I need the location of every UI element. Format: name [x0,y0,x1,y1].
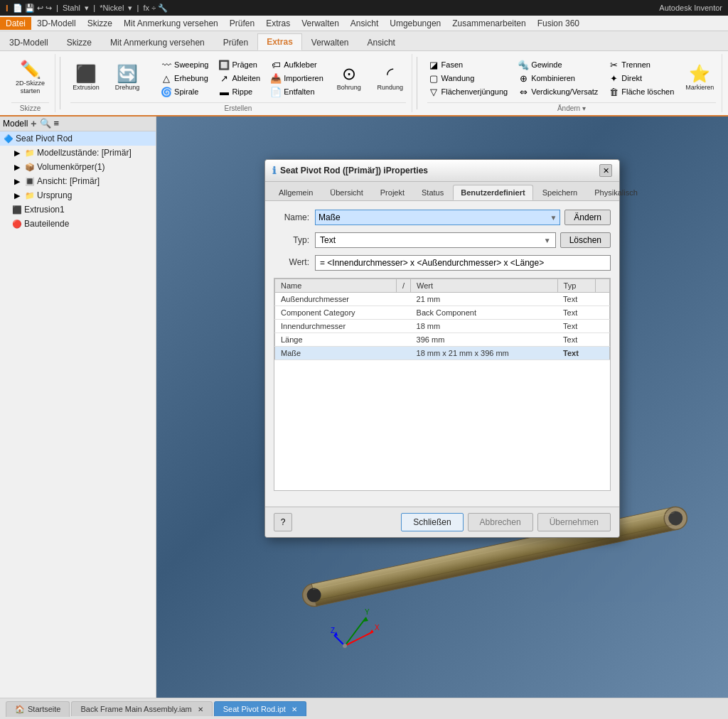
btn-wandung[interactable]: ▢Wandung [425,72,511,85]
menu-fusion360[interactable]: Fusion 360 [532,17,585,30]
menu-datei[interactable]: Datei [0,17,31,30]
table-row[interactable]: Innendurchmesser 18 mm Text [275,320,610,333]
tab-back-frame-close[interactable]: ✕ [198,706,203,713]
table-row[interactable]: Länge 396 mm Text [275,333,610,347]
btn-extrusion[interactable]: ⬛ Extrusion [68,63,105,94]
btn-praegen[interactable]: 🔲Prägen [215,59,263,71]
erstellen-group-label: Erstellen [70,102,406,112]
dialog-tab-uebersicht[interactable]: Übersicht [322,185,370,200]
btn-2d-skizze[interactable]: ✏️ 2D-Skizzestarten [11,58,49,98]
table-row[interactable]: Außendurchmesser 21 mm Text [275,293,610,306]
btn-flaechenverj[interactable]: ▽Flächenverjüngung [425,86,511,98]
col-header-sort[interactable]: / [397,279,411,293]
tree-item-ursprung[interactable]: ▶ 📁 Ursprung [0,188,156,202]
table-row[interactable]: Component Category Back Component Text [275,306,610,320]
btn-ableiten[interactable]: ↗Ableiten [215,72,263,85]
menu-3dmodell[interactable]: 3D-Modell [31,17,82,30]
menu-extras[interactable]: Extras [260,17,296,30]
tree-item-volumenkoerper[interactable]: ▶ 📦 Volumenkörper(1) [0,160,156,174]
menu-verwalten[interactable]: Verwalten [296,17,345,30]
row-typ-innend: Text [557,320,595,333]
row-extra-masse [596,347,610,360]
btn-drehung[interactable]: 🔄 Drehung [109,63,146,94]
add-model-btn[interactable]: + [31,118,36,129]
wandung-icon: ▢ [428,73,439,84]
row-wert-innend: 18 mm [411,320,558,333]
props-table-container: Name / Wert Typ Außendurchmesser [274,278,611,491]
main-layout: Modell + 🔍 ≡ 🔷 Seat Pivot Rod ▶ 📁 Modell… [0,117,728,698]
btn-bohrung[interactable]: ⊙ Bohrung [331,63,368,94]
btn-entfalten[interactable]: 📄Entfalten [267,86,326,98]
menu-zusammenarbeiten[interactable]: Zusammenarbeiten [446,17,531,30]
help-btn[interactable]: ? [274,513,292,531]
main-3d-area: X Y Z ℹ Seat Pivot Rod ([Primär]) iPrope… [156,117,728,698]
dialog-tab-status[interactable]: Status [414,185,451,200]
ribbon-tab-pruefen[interactable]: Prüfen [214,34,257,50]
btn-gewinde[interactable]: 🔩Gewinde [515,59,601,71]
importieren-icon: 📥 [270,73,282,84]
ribbon-content: ✏️ 2D-Skizzestarten Skizze ⬛ Extrusion 🔄… [0,51,728,115]
cancel-btn[interactable]: Abbrechen [468,513,533,531]
btn-flaeche-loeschen[interactable]: 🗑Fläche löschen [605,86,677,98]
menu-icon[interactable]: ≡ [54,118,60,129]
btn-markieren[interactable]: ⭐ Markieren [681,63,718,94]
dialog-tab-benutzerdefiniert[interactable]: Benutzerdefiniert [453,185,532,200]
tree-item-bauteilende[interactable]: 🔴 Bauteilende [0,217,156,231]
row-typ-masse: Text [557,347,595,360]
menu-pruefen[interactable]: Prüfen [224,17,260,30]
tab-seat-pivot-rod[interactable]: Seat Pivot Rod.ipt ✕ [214,701,306,716]
btn-trennen[interactable]: ✂Trennen [605,59,677,71]
panel-header: Modell + 🔍 ≡ [0,117,156,131]
aendern-btn[interactable]: Ändern [564,210,611,225]
typ-select[interactable]: Text ▼ [315,232,556,248]
volumenkoerper-icon: 📦 [24,161,36,173]
name-input[interactable]: Maße ▼ [315,210,560,225]
btn-rundung[interactable]: ◜ Rundung [372,63,409,94]
dialog-tab-speichern[interactable]: Speichern [535,185,586,200]
apply-btn[interactable]: Übernehmen [537,513,611,531]
ribbon-tab-3dmodell[interactable]: 3D-Modell [0,34,58,50]
panel-header-icons: + 🔍 ≡ [31,118,59,129]
menu-ansicht[interactable]: Ansicht [345,17,384,30]
menu-skizze[interactable]: Skizze [82,17,118,30]
menu-annotation[interactable]: Mit Anmerkung versehen [118,17,224,30]
btn-importieren[interactable]: 📥Importieren [267,72,326,85]
loeschen-btn[interactable]: Löschen [560,232,611,248]
btn-aufkleber[interactable]: 🏷Aufkleber [267,59,326,71]
typ-label: Typ: [274,235,309,245]
quick-access-icons: 📄 💾 ↩ ↪ | Stahl ▾ | *Nickel ▾ | fx ÷ 🔧 [13,4,168,13]
btn-erhebung[interactable]: △Erhebung [158,72,211,85]
dialog-tab-projekt[interactable]: Projekt [373,185,412,200]
close-btn[interactable]: Schließen [401,513,463,531]
modellzustaende-label: Modellzustände: [Primär] [37,148,132,158]
wert-input[interactable] [315,255,611,271]
ribbon-tab-verwalten[interactable]: Verwalten [302,34,358,50]
tab-back-frame[interactable]: Back Frame Main Assembly.iam ✕ [71,701,212,716]
search-icon[interactable]: 🔍 [40,118,51,129]
ribbon-tab-skizze[interactable]: Skizze [58,34,101,50]
btn-direkt[interactable]: ✦Direkt [605,72,677,85]
btn-fasen[interactable]: ◪Fasen [425,59,511,71]
wert-label: Wert: [274,255,309,267]
menu-umgebungen[interactable]: Umgebungen [384,17,446,30]
ribbon-tab-extras[interactable]: Extras [257,33,302,50]
table-row-selected[interactable]: Maße 18 mm x 21 mm x 396 mm Text [275,347,610,360]
btn-sweeping[interactable]: 〰Sweeping [158,59,211,71]
ribbon-tab-ansicht[interactable]: Ansicht [358,34,405,50]
btn-kombinieren[interactable]: ⊕Kombinieren [515,72,601,85]
dialog-close-btn[interactable]: ✕ [599,164,612,177]
tree-item-seat-pivot-rod[interactable]: 🔷 Seat Pivot Rod [0,131,156,146]
btn-verdickung[interactable]: ⇔Verdickung/Versatz [515,86,601,98]
dialog-tab-physikalisch[interactable]: Physikalisch [587,185,646,200]
tab-startseite[interactable]: 🏠 Startseite [6,701,70,717]
dialog-title-bar: ℹ Seat Pivot Rod ([Primär]) iProperties … [265,160,619,182]
tree-item-ansicht[interactable]: ▶ 🔳 Ansicht: [Primär] [0,174,156,188]
tree-item-modellzustaende[interactable]: ▶ 📁 Modellzustände: [Primär] [0,146,156,160]
ribbon-group-aendern: ◪Fasen ▢Wandung ▽Flächenverjüngung 🔩Gewi… [422,54,722,112]
dialog-tab-allgemein[interactable]: Allgemein [271,185,321,200]
btn-rippe[interactable]: ▬Rippe [215,86,263,98]
btn-spirale[interactable]: 🌀Spirale [158,86,211,98]
ribbon-tab-annotation[interactable]: Mit Anmerkung versehen [101,34,214,50]
tab-seat-pivot-close[interactable]: ✕ [291,706,297,713]
tree-item-extrusion1[interactable]: ⬛ Extrusion1 [0,202,156,217]
